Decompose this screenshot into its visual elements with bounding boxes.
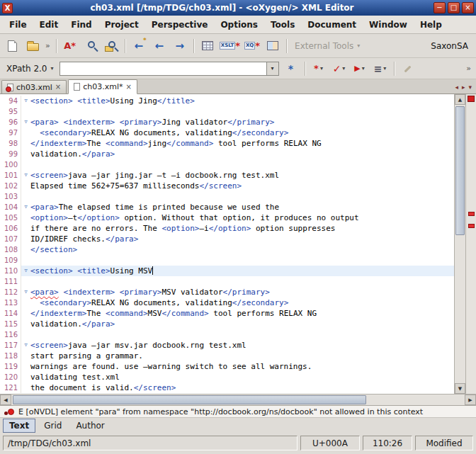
minimize-button[interactable]: − bbox=[434, 2, 446, 13]
scroll-down-icon[interactable]: ▼ bbox=[455, 383, 465, 394]
editor-line-97[interactable]: 97 <secondary>RELAX NG documents, valida… bbox=[0, 127, 454, 138]
vertical-scroll-track[interactable] bbox=[455, 105, 465, 383]
editor-line-103[interactable]: 103 bbox=[0, 191, 454, 202]
back-button[interactable]: ← bbox=[151, 38, 168, 55]
forward-button[interactable]: → bbox=[171, 38, 188, 55]
editor-line-106[interactable]: 106if there are no errors. The <option>–… bbox=[0, 223, 454, 234]
editor-line-99[interactable]: 99validation.</para> bbox=[0, 149, 454, 159]
menu-find[interactable]: Find bbox=[64, 18, 98, 32]
tab-ch03-xml-modified[interactable]: ch03.xml* × bbox=[68, 79, 137, 94]
fold-toggle-icon[interactable]: ▽ bbox=[21, 340, 30, 351]
error-stripe[interactable] bbox=[465, 94, 476, 394]
editor-line-107[interactable]: 107ID/IDREF checks.</para> bbox=[0, 234, 454, 244]
editor-line-105[interactable]: 105<option>–t</option> option. Without t… bbox=[0, 212, 454, 223]
xml-text: The bbox=[86, 309, 106, 318]
editor-line-119[interactable]: 119warnings are found. use –warning swit… bbox=[0, 361, 454, 372]
editor-line-98[interactable]: 98</indexterm>The <command>jing</command… bbox=[0, 138, 454, 149]
editor-line-112[interactable]: 112▽<para> <indexterm> <primary>MSV vali… bbox=[0, 287, 454, 297]
tab-close-icon[interactable]: × bbox=[125, 84, 131, 91]
debugger-button[interactable] bbox=[264, 38, 281, 55]
horizontal-scroll-track[interactable] bbox=[11, 395, 465, 405]
vertical-scroll-thumb[interactable] bbox=[455, 106, 465, 235]
editor-line-110[interactable]: 110▽<section> <title>Using MSV bbox=[0, 266, 454, 276]
scroll-right-icon[interactable]: ▶ bbox=[465, 395, 476, 405]
editor-lines[interactable]: 94▽<section> <title>Using Jing</title>95… bbox=[0, 94, 454, 394]
menu-tools[interactable]: Tools bbox=[264, 18, 301, 32]
editor-line-104[interactable]: 104▽<para>The elapsed time is printed be… bbox=[0, 202, 454, 212]
fold-toggle-icon[interactable]: ▽ bbox=[21, 96, 30, 106]
error-stripe-mark[interactable] bbox=[468, 212, 475, 216]
fold-toggle-icon[interactable]: ▽ bbox=[21, 202, 30, 212]
error-stripe-mark[interactable] bbox=[468, 224, 475, 228]
close-button[interactable]: × bbox=[462, 2, 474, 13]
titlebar[interactable]: X ch03.xml [/tmp/TDG/ch03.xml] - <oXygen… bbox=[0, 0, 476, 16]
scenario-options-button[interactable]: *▾ bbox=[310, 60, 327, 77]
fold-toggle-icon[interactable]: ▽ bbox=[21, 117, 30, 127]
view-tab-grid[interactable]: Grid bbox=[38, 419, 67, 432]
xquery-scenario-button[interactable]: XQ* bbox=[244, 38, 261, 55]
tab-ch03-xml[interactable]: ch03.xml × bbox=[1, 80, 67, 93]
validate-button[interactable]: ✓▾ bbox=[331, 60, 348, 77]
editor-line-118[interactable]: 118start parsing a grammar. bbox=[0, 351, 454, 361]
xpath-settings-button[interactable]: * bbox=[283, 60, 300, 77]
xpath-dropdown-button[interactable]: ▾ bbox=[266, 62, 278, 75]
editor-line-117[interactable]: 117▽<screen>java –jar msv.jar docbook.rn… bbox=[0, 340, 454, 351]
tab-list-icon[interactable]: ▾ bbox=[468, 84, 472, 91]
find-in-files-button[interactable] bbox=[103, 38, 120, 55]
transform-button[interactable]: ▶▾ bbox=[351, 60, 368, 77]
fold-toggle-icon[interactable]: ▽ bbox=[21, 170, 30, 181]
editor-line-113[interactable]: 113 <secondary>RELAX NG documents, valid… bbox=[0, 297, 454, 308]
grid-view-button[interactable] bbox=[199, 38, 216, 55]
editor-line-121[interactable]: 121the document is valid.</screen> bbox=[0, 382, 454, 393]
view-tab-text[interactable]: Text bbox=[3, 419, 35, 433]
editor-line-102[interactable]: 102Elapsed time 562+75=637 milliseconds<… bbox=[0, 181, 454, 191]
xslt-scenario-button[interactable]: XSLT* bbox=[220, 38, 240, 55]
menu-help[interactable]: Help bbox=[414, 18, 448, 32]
editor-line-108[interactable]: 108</section> bbox=[0, 244, 454, 255]
outline-button[interactable]: ≡▾ bbox=[372, 60, 389, 77]
menu-window[interactable]: Window bbox=[363, 18, 414, 32]
new-document-button[interactable] bbox=[4, 38, 21, 55]
toolbar-overflow-icon[interactable]: » bbox=[45, 41, 51, 50]
tab-close-icon[interactable]: × bbox=[55, 84, 61, 91]
menu-edit[interactable]: Edit bbox=[33, 18, 65, 32]
external-tools-button[interactable]: External Tools▾ bbox=[292, 41, 363, 51]
horizontal-scroll-thumb[interactable] bbox=[13, 395, 366, 404]
tab-scroll-right-icon[interactable]: ▸ bbox=[462, 84, 465, 91]
xpath-version-button[interactable]: XPath 2.0▾ bbox=[4, 64, 56, 74]
editor-line-111[interactable]: 111 bbox=[0, 276, 454, 287]
menu-file[interactable]: File bbox=[3, 18, 33, 32]
menu-perspective[interactable]: Perspective bbox=[145, 18, 215, 32]
fold-toggle-icon[interactable]: ▽ bbox=[21, 287, 30, 297]
editor-line-115[interactable]: 115validation.</para> bbox=[0, 319, 454, 329]
editor-line-114[interactable]: 114</indexterm>The <command>MSV</command… bbox=[0, 308, 454, 319]
menu-document[interactable]: Document bbox=[301, 18, 363, 32]
search-button[interactable] bbox=[82, 38, 99, 55]
editor-line-101[interactable]: 101▽<screen>java –jar jing.jar –t –i doc… bbox=[0, 170, 454, 181]
editor-line-94[interactable]: 94▽<section> <title>Using Jing</title> bbox=[0, 96, 454, 106]
menu-options[interactable]: Options bbox=[214, 18, 264, 32]
open-file-button[interactable] bbox=[24, 38, 41, 55]
toolbar-overflow-icon[interactable]: » bbox=[465, 64, 472, 73]
editor-line-95[interactable]: 95 bbox=[0, 106, 454, 117]
editor-line-116[interactable]: 116 bbox=[0, 329, 454, 340]
view-tab-author[interactable]: Author bbox=[70, 419, 110, 432]
scroll-up-icon[interactable]: ▲ bbox=[455, 94, 465, 105]
last-edit-location-button[interactable]: ←* bbox=[130, 38, 147, 55]
xpath-input[interactable] bbox=[60, 62, 266, 75]
editor-line-120[interactable]: 120validating test.xml bbox=[0, 372, 454, 382]
fold-toggle-icon[interactable]: ▽ bbox=[21, 266, 30, 276]
editor-line-96[interactable]: 96▽<para> <indexterm> <primary>Jing vali… bbox=[0, 117, 454, 127]
horizontal-scrollbar[interactable]: ◀ ▶ bbox=[0, 394, 476, 405]
tab-scroll-left-icon[interactable]: ◂ bbox=[455, 84, 458, 91]
editor-line-109[interactable]: 109 bbox=[0, 255, 454, 266]
edit-disabled-button[interactable] bbox=[400, 60, 416, 77]
editor-line-100[interactable]: 100 bbox=[0, 159, 454, 170]
error-message-bar[interactable]: E [oNVDL] element "para" from namespace … bbox=[0, 405, 476, 417]
find-replace-in-files-button[interactable]: A* bbox=[62, 38, 79, 55]
maximize-button[interactable]: □ bbox=[448, 2, 460, 13]
menu-project[interactable]: Project bbox=[98, 18, 145, 32]
scroll-left-icon[interactable]: ◀ bbox=[0, 395, 11, 405]
fold-spacer bbox=[21, 382, 30, 393]
vertical-scrollbar[interactable]: ▲ ▼ bbox=[454, 94, 465, 394]
